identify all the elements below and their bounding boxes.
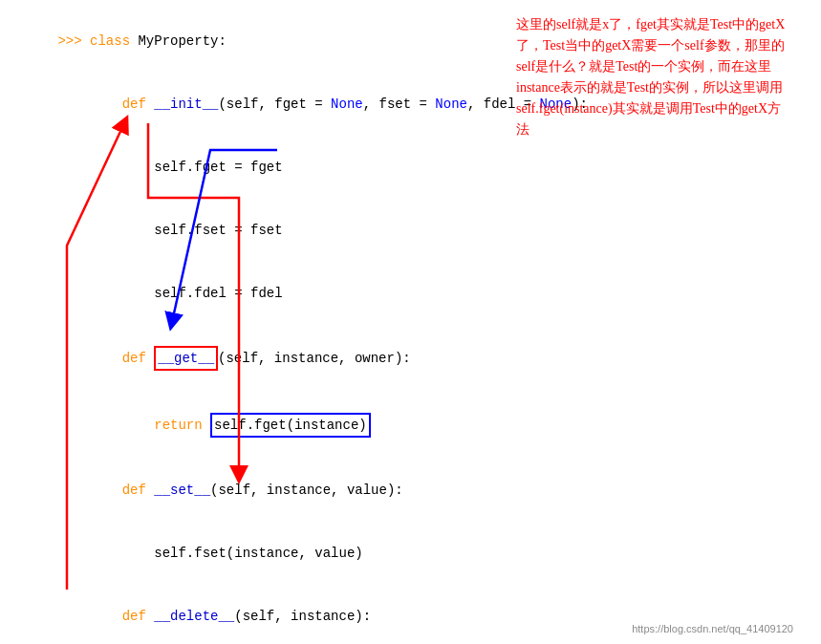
- main-container: >>> class MyProperty: def __init__(self,…: [0, 0, 821, 644]
- params-2b: , fset =: [363, 97, 436, 112]
- indent-2: [57, 97, 121, 112]
- fn-init-2: __init__: [154, 97, 218, 112]
- code-line-5: self.fdel = fdel: [10, 262, 497, 325]
- indent-8: [57, 483, 121, 498]
- kw-def-2: def: [122, 97, 155, 112]
- indent-3: [57, 160, 154, 175]
- self-fset: self.fset = fset: [154, 223, 282, 238]
- get-box: __get__: [154, 346, 218, 371]
- code-line-3: self.fget = fget: [10, 136, 497, 199]
- fn-set: __set__: [154, 483, 210, 498]
- indent-5: [57, 286, 154, 301]
- kw-def-6: def: [122, 351, 155, 366]
- indent-10: [57, 609, 121, 624]
- indent-4: [57, 223, 154, 238]
- code-line-8: def __set__(self, instance, value):: [10, 459, 497, 522]
- code-panel: >>> class MyProperty: def __init__(self,…: [0, 0, 507, 644]
- fget-call: self.fget(instance): [214, 418, 367, 433]
- kw-def-10: def: [122, 609, 155, 624]
- indent-9: [57, 546, 154, 561]
- code-line-10: def __delete__(self, instance):: [10, 585, 497, 644]
- annotation-text: 这里的self就是x了，fget其实就是Test中的getX了，Test当中的g…: [511, 10, 793, 145]
- fset-call: self.fset(instance, value): [154, 546, 362, 561]
- code-line-4: self.fset = fset: [10, 199, 497, 262]
- code-line-9: self.fset(instance, value): [10, 522, 497, 585]
- code-line-1: >>> class MyProperty:: [10, 10, 497, 73]
- indent-6: [57, 351, 121, 366]
- none-1: None: [331, 97, 363, 112]
- class-name-1: MyProperty:: [138, 33, 226, 49]
- indent-7: [57, 418, 154, 433]
- self-fget: self.fget = fget: [154, 160, 282, 175]
- params-2: (self, fget =: [218, 97, 331, 112]
- delete-params: (self, instance):: [234, 609, 371, 624]
- fget-instance-box: self.fget(instance): [210, 413, 371, 438]
- code-line-6: def __get__(self, instance, owner):: [10, 325, 497, 392]
- get-params: (self, instance, owner):: [218, 351, 411, 366]
- kw-return-7: return: [154, 418, 210, 433]
- kw-def-8: def: [122, 483, 155, 498]
- self-fdel: self.fdel = fdel: [154, 286, 282, 301]
- watermark: https://blog.csdn.net/qq_41409120: [632, 623, 793, 634]
- fn-get: __get__: [158, 351, 214, 366]
- annotation-panel: 这里的self就是x了，fget其实就是Test中的getX了，Test当中的g…: [507, 0, 803, 644]
- code-line-2: def __init__(self, fget = None, fset = N…: [10, 73, 497, 136]
- kw-class-1: class: [90, 33, 138, 49]
- code-line-7: return self.fget(instance): [10, 392, 497, 459]
- fn-delete: __delete__: [154, 609, 234, 624]
- prompt-1: >>>: [57, 33, 90, 49]
- none-2: None: [435, 97, 467, 112]
- set-params: (self, instance, value):: [210, 483, 403, 498]
